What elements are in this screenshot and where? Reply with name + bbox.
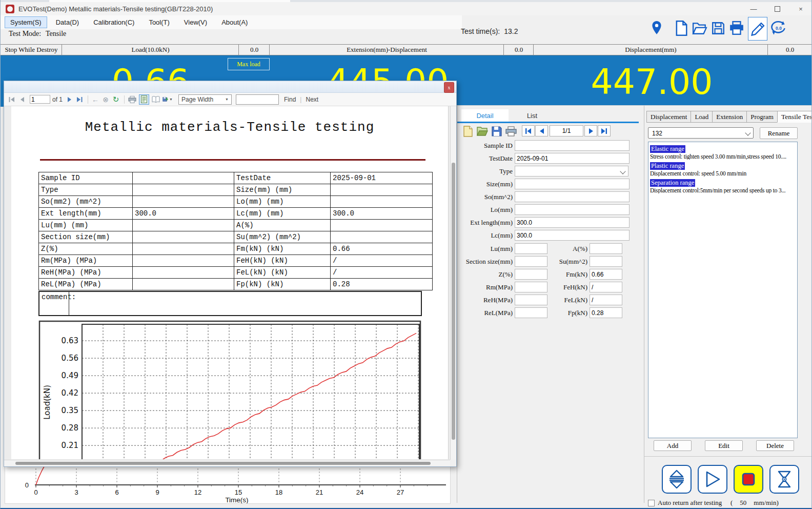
method-step-desc: Stress control: tighten speed 3.00 mm/mi… — [650, 153, 797, 160]
test-date-input[interactable] — [515, 153, 630, 164]
zero-reset-button[interactable]: 0.0 — [769, 17, 788, 39]
reh-input[interactable] — [515, 295, 547, 305]
report-close-button[interactable]: x — [444, 82, 454, 93]
vertical-scroll-thumb[interactable] — [452, 163, 455, 440]
edit-button[interactable] — [748, 17, 767, 41]
field-row: Sample ID — [457, 140, 644, 151]
method-step-name[interactable]: Separation range — [650, 179, 695, 187]
fm-input[interactable] — [590, 269, 622, 280]
open-file-button[interactable] — [691, 17, 709, 39]
type-select[interactable] — [515, 166, 628, 177]
z-percent-input[interactable] — [515, 269, 547, 280]
print-layout-button[interactable] — [139, 94, 149, 105]
lc-input[interactable] — [515, 230, 630, 241]
page-first-button[interactable] — [7, 95, 16, 104]
page-number-input[interactable] — [30, 95, 50, 104]
close-button[interactable]: × — [789, 2, 812, 15]
tab-tensile-test[interactable]: Tensile Test — [777, 111, 812, 123]
report-window-titlebar[interactable]: x — [4, 81, 456, 93]
stop-button[interactable] — [734, 465, 763, 494]
auto-return-checkbox[interactable] — [648, 500, 655, 506]
refresh-button[interactable]: ↻ — [111, 95, 120, 104]
rm-input[interactable] — [515, 282, 547, 292]
gauge-header-cell[interactable]: Stop While Destroy — [1, 45, 62, 55]
maximize-button[interactable] — [765, 2, 789, 15]
report-content-area: Metallic materials-Tensile testing Sampl… — [4, 106, 456, 460]
report-horizontal-scrollbar[interactable] — [4, 460, 450, 466]
menu-item-system[interactable]: System(S) — [5, 16, 47, 28]
menu-item-calibration[interactable]: Calibration(C) — [88, 16, 140, 28]
find-link[interactable]: Find — [284, 96, 296, 103]
window-title: EVOTest(Demo) Metallic materials-Tensile… — [18, 5, 213, 13]
ext-length-input[interactable] — [515, 217, 630, 228]
a-percent-input[interactable] — [590, 243, 622, 254]
minimize-button[interactable]: — — [742, 2, 765, 15]
record-new-button[interactable] — [461, 125, 475, 138]
edit-button[interactable]: Edit — [705, 440, 743, 451]
export-button[interactable]: ▼ — [163, 94, 173, 105]
record-prev-button[interactable] — [535, 125, 548, 136]
record-open-button[interactable] — [476, 125, 489, 138]
record-first-button[interactable] — [522, 125, 535, 136]
jog-button[interactable] — [662, 465, 692, 494]
method-step-list[interactable]: Elastic rangeStress control: tighten spe… — [648, 142, 798, 438]
page-prev-button[interactable] — [17, 95, 27, 104]
tab-list[interactable]: List — [509, 109, 556, 122]
page-next-button[interactable] — [65, 95, 74, 104]
max-load-badge[interactable]: Max load — [228, 58, 270, 70]
find-text-input[interactable] — [236, 94, 279, 105]
field-label: Ext length(mm) — [457, 219, 513, 227]
report-print-button[interactable] — [127, 94, 137, 105]
back-button[interactable]: ← — [91, 95, 100, 104]
tab-load[interactable]: Load — [691, 111, 712, 123]
fp-input[interactable] — [590, 307, 622, 318]
report-table-cell — [133, 267, 234, 279]
so-input[interactable] — [515, 191, 630, 202]
su-input[interactable] — [590, 256, 622, 267]
record-save-button[interactable] — [490, 125, 503, 138]
tab-displacement[interactable]: Displacement — [646, 111, 691, 123]
stop-loading-button[interactable]: ⊗ — [101, 95, 110, 104]
method-step-name[interactable]: Elastic range — [650, 145, 685, 153]
menu-item-tool[interactable]: Tool(T) — [143, 16, 175, 28]
page-last-button[interactable] — [75, 95, 84, 104]
feh-input[interactable] — [590, 282, 622, 292]
start-button[interactable] — [698, 465, 727, 494]
record-print-button[interactable] — [504, 125, 518, 138]
sample-id-input[interactable] — [515, 140, 630, 151]
print-button[interactable] — [727, 17, 746, 39]
lo-input[interactable] — [515, 204, 630, 215]
pair-field-row: ReH(MPa) FeL(kN) — [457, 295, 644, 306]
tab-program[interactable]: Program — [746, 111, 777, 123]
new-file-button[interactable] — [672, 17, 691, 39]
save-floppy-icon — [711, 21, 725, 36]
fel-input[interactable] — [590, 295, 622, 305]
save-button[interactable] — [709, 17, 727, 39]
record-last-button[interactable] — [598, 125, 611, 136]
menu-item-about[interactable]: About(A) — [216, 16, 253, 28]
page-setup-button[interactable] — [151, 94, 161, 105]
add-button[interactable]: Add — [654, 440, 692, 451]
record-next-button[interactable] — [584, 125, 597, 136]
horizontal-scroll-thumb[interactable] — [15, 462, 431, 465]
rel-input[interactable] — [515, 307, 547, 318]
tab-detail[interactable]: Detail — [461, 109, 509, 122]
method-select[interactable]: 132 — [648, 127, 754, 139]
locate-pin-button[interactable] — [647, 17, 666, 39]
section-size-input[interactable] — [515, 256, 547, 267]
find-next-link[interactable]: Next — [306, 96, 318, 103]
report-vertical-scrollbar[interactable] — [450, 106, 456, 460]
tab-extension[interactable]: Extension — [712, 111, 746, 123]
report-toolbar: of 1 ← ⊗ ↻ — [4, 93, 456, 106]
report-chart: 0.630.560.490.420.350.280.21Load(kN) — [38, 320, 422, 459]
prev-page-icon — [20, 97, 25, 102]
menu-item-view[interactable]: View(V) — [178, 16, 213, 28]
method-step-name[interactable]: Plastic range — [650, 162, 685, 170]
delete-button[interactable]: Delete — [756, 440, 794, 451]
rename-button[interactable]: Rename — [760, 127, 798, 139]
lu-input[interactable] — [515, 243, 547, 254]
menu-item-data[interactable]: Data(D) — [50, 16, 85, 28]
zoom-mode-select[interactable]: Page Width ▼ — [178, 94, 232, 105]
size-input[interactable] — [515, 179, 630, 189]
wait-button[interactable] — [769, 465, 799, 494]
